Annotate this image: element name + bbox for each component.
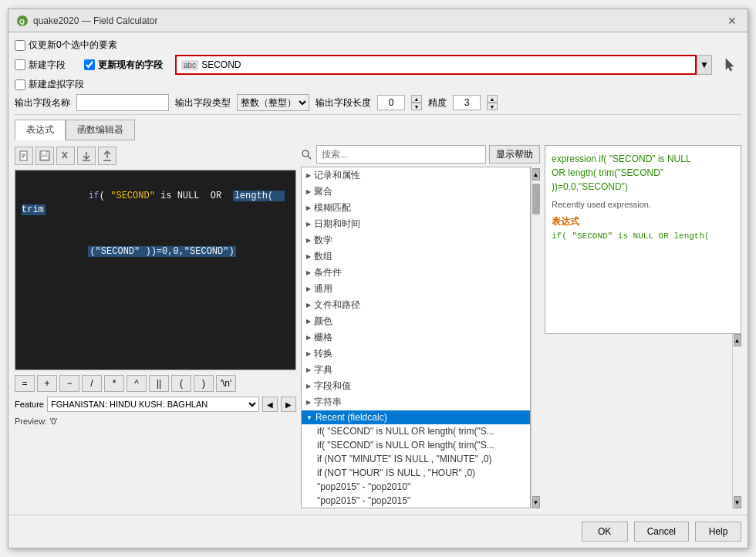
save-button[interactable]	[35, 147, 54, 165]
category-grid[interactable]: ▶ 栅格	[302, 329, 530, 346]
op-power[interactable]: ^	[127, 375, 147, 392]
row1: 仅更新0个选中的要素	[15, 39, 741, 52]
center-panel: 显示帮助 ▶ 记录和属性 ▶ 聚合 ▶ 模糊	[301, 145, 540, 508]
category-array[interactable]: ▶ 数组	[302, 248, 530, 265]
arrow-general: ▶	[306, 285, 311, 292]
output-field-name-input[interactable]	[76, 94, 169, 111]
recent-item-4[interactable]: "pop2015" - "pop2010"	[302, 480, 530, 494]
op-concat[interactable]: ||	[149, 375, 169, 392]
preview-label: Preview:	[15, 417, 47, 426]
op-newline[interactable]: '\n'	[216, 375, 236, 392]
length-up[interactable]: ▲	[411, 95, 422, 103]
category-general[interactable]: ▶ 通用	[302, 281, 530, 297]
field-dropdown[interactable]: abc SECOND	[175, 55, 697, 75]
category-fuzzy[interactable]: ▶ 模糊匹配	[302, 200, 530, 216]
new-field-checkbox[interactable]	[15, 59, 25, 70]
precision-up[interactable]: ▲	[487, 95, 498, 103]
recent-item-1[interactable]: if( "SECOND" is NULL OR length( trim("S.…	[302, 438, 530, 452]
new-virtual-checkbox[interactable]	[15, 79, 25, 90]
svg-point-13	[302, 150, 309, 157]
prev-feature-button[interactable]: ◀	[262, 397, 278, 412]
function-list-container: ▶ 记录和属性 ▶ 聚合 ▶ 模糊匹配 ▶ 日期	[301, 167, 540, 508]
scroll-thumb[interactable]	[532, 184, 540, 214]
category-conditions[interactable]: ▶ 条件件	[302, 265, 530, 281]
arrow-array: ▶	[306, 253, 311, 260]
recent-item-2[interactable]: if (NOT "MINUTE" IS NULL , "MINUTE" ,0)	[302, 452, 530, 466]
arrow-fuzzy: ▶	[306, 204, 311, 211]
help-expr-code: if( "SECOND" is NULL OR length(	[552, 231, 734, 241]
tab-function-editor[interactable]: 函数编辑器	[66, 120, 135, 140]
import-button[interactable]	[77, 147, 96, 165]
cancel-button[interactable]: Cancel	[634, 522, 689, 542]
help-button[interactable]: Help	[695, 522, 741, 542]
cut-button[interactable]	[56, 147, 75, 165]
recent-item-6[interactable]: make_datetime( "YEAR" , "MONTH1" , "...	[302, 508, 530, 508]
search-input[interactable]	[316, 145, 486, 164]
output-field-type-select[interactable]: 整数（整型）	[237, 94, 309, 111]
category-files[interactable]: ▶ 文件和路径	[302, 297, 530, 313]
op-equal[interactable]: =	[15, 375, 35, 392]
preview-value: '0'	[49, 417, 57, 426]
category-color[interactable]: ▶ 颜色	[302, 313, 530, 329]
tabs-row: 表达式 函数编辑器	[15, 120, 741, 140]
category-string[interactable]: ▶ 字符串	[302, 394, 530, 410]
length-down[interactable]: ▼	[411, 103, 422, 110]
update-existing-checkbox[interactable]	[84, 59, 95, 70]
update-existing-row: 更新现有的字段	[84, 59, 163, 72]
ok-button[interactable]: OK	[582, 522, 628, 542]
category-fields[interactable]: ▶ 字段和值	[302, 378, 530, 394]
abc-badge: abc	[181, 60, 198, 70]
op-divide[interactable]: /	[82, 375, 102, 392]
right-panel: expression if( "SECOND" is NULLOR length…	[545, 145, 741, 508]
category-color-label: 颜色	[314, 315, 332, 328]
op-paren-close[interactable]: )	[194, 375, 214, 392]
length-spinner: ▲ ▼	[411, 95, 422, 110]
show-help-button[interactable]: 显示帮助	[489, 145, 540, 164]
scroll-down[interactable]: ▼	[532, 496, 540, 508]
recent-item-0[interactable]: if( "SECOND" is NULL OR length( trim("S.…	[302, 424, 530, 438]
cursor-icon	[722, 57, 737, 73]
precision-input[interactable]	[453, 95, 481, 110]
op-minus[interactable]: −	[59, 375, 79, 392]
preview-row: Preview: '0'	[15, 415, 296, 427]
op-plus[interactable]: +	[37, 375, 57, 392]
recent-item-3[interactable]: if (NOT "HOUR" IS NULL , "HOUR" ,0)	[302, 466, 530, 480]
main-area: if( "SECOND" is NULL OR length( trim ("S…	[15, 145, 741, 508]
category-general-label: 通用	[314, 282, 332, 295]
op-paren-open[interactable]: (	[171, 375, 191, 392]
only-update-checkbox[interactable]	[15, 40, 25, 51]
help-section-title: 表达式	[552, 215, 734, 228]
code-editor[interactable]: if( "SECOND" is NULL OR length( trim ("S…	[15, 170, 296, 370]
precision-down[interactable]: ▼	[487, 103, 498, 110]
recent-item-5[interactable]: "pop2015" - "pop2015"	[302, 494, 530, 508]
output-settings-row: 输出字段名称 输出字段类型 整数（整型） 输出字段长度 ▲ ▼ 精度 ▲ ▼	[15, 94, 741, 111]
category-records[interactable]: ▶ 记录和属性	[302, 167, 530, 184]
arrow-files: ▶	[306, 302, 311, 309]
scroll-up[interactable]: ▲	[532, 168, 540, 181]
right-scroll-down[interactable]: ▼	[734, 496, 741, 508]
code-line-1: if( "SECOND" is NULL OR length( trim	[22, 175, 289, 231]
tab-expression[interactable]: 表达式	[15, 120, 66, 140]
category-convert[interactable]: ▶ 转换	[302, 346, 530, 362]
right-scroll-up[interactable]: ▲	[734, 334, 741, 346]
help-panel: expression if( "SECOND" is NULLOR length…	[545, 145, 741, 334]
export-button[interactable]	[98, 147, 116, 165]
feature-row: Feature FGHANISTAN: HINDU KUSH: BAGHLAN …	[15, 397, 296, 412]
category-aggregates[interactable]: ▶ 聚合	[302, 184, 530, 200]
new-expression-button[interactable]	[15, 147, 33, 165]
next-feature-button[interactable]: ▶	[281, 397, 296, 412]
feature-select[interactable]: FGHANISTAN: HINDU KUSH: BAGHLAN	[47, 397, 259, 412]
op-multiply[interactable]: *	[104, 375, 124, 392]
category-math[interactable]: ▶ 数学	[302, 232, 530, 248]
qgis-icon: Q	[16, 15, 29, 27]
output-field-length-input[interactable]	[377, 95, 405, 110]
category-recent[interactable]: ▼ Recent (fieldcalc)	[302, 410, 530, 424]
close-button[interactable]: ✕	[724, 15, 740, 27]
category-files-label: 文件和路径	[314, 299, 360, 312]
field-dropdown-arrow[interactable]: ▼	[697, 55, 712, 75]
category-dict[interactable]: ▶ 字典	[302, 362, 530, 378]
cursor-area	[718, 57, 741, 73]
category-datetime[interactable]: ▶ 日期和时间	[302, 216, 530, 232]
row3: 新建虚拟字段	[15, 78, 741, 91]
left-panel: if( "SECOND" is NULL OR length( trim ("S…	[15, 145, 296, 508]
